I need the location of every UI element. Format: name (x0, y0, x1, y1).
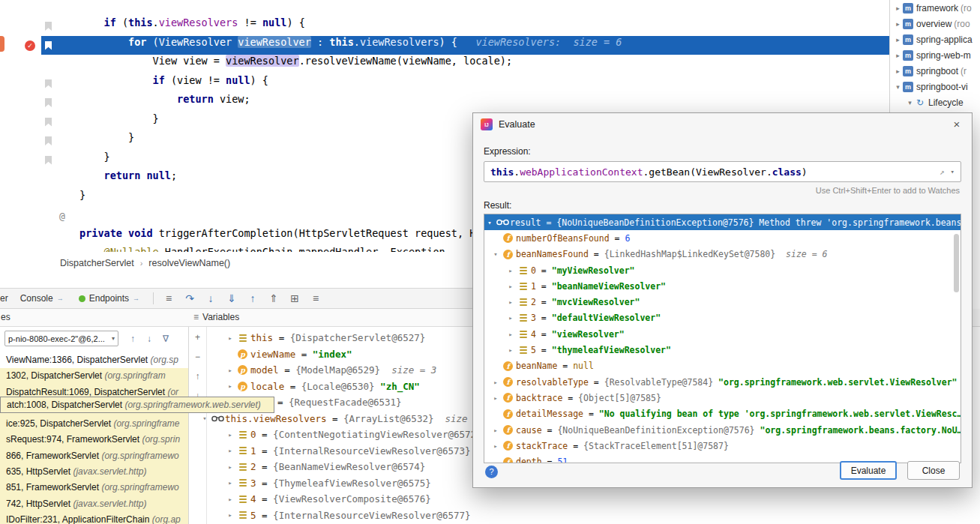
expression-input[interactable]: this.webApplicationContext.getBean(ViewR… (484, 161, 961, 182)
chevron-down-icon[interactable]: ▾ (199, 415, 210, 422)
frame-row[interactable]: ice:925, DispatcherServlet (org.springfr… (0, 416, 189, 432)
result-row[interactable]: fnumberOfBeansFound = 6 (484, 230, 961, 246)
chevron-right-icon[interactable]: ▸ (225, 511, 235, 519)
chevron-down-icon[interactable]: ▾ (951, 168, 955, 175)
frame-row[interactable]: 866, FrameworkServlet (org.springframewo (0, 448, 189, 464)
maven-item-springboot[interactable]: ▸mspringboot(r (890, 63, 980, 79)
chevron-right-icon[interactable]: ▸ (225, 334, 235, 342)
chevron-right-icon[interactable]: ▸ (505, 298, 516, 306)
result-row[interactable]: ▸4 = "viewResolver" (484, 326, 961, 342)
frame-row[interactable]: 1302, DispatcherServlet (org.springfram (0, 368, 189, 384)
chevron-right-icon[interactable]: ▸ (505, 331, 516, 338)
close-button[interactable]: Close (907, 461, 960, 480)
result-row[interactable]: ▸3 = "defaultViewResolver" (484, 310, 961, 326)
maven-item-springboot-vi[interactable]: ▾mspringboot-vi (890, 79, 980, 94)
expand-icon[interactable]: ↗ (940, 167, 945, 177)
result-row[interactable]: ▾fbeanNamesFound = {LinkedHashMap$Linked… (484, 247, 961, 262)
maven-item-suffix: (ro (961, 3, 972, 13)
dialog-title-bar[interactable]: IJ Evaluate × (473, 113, 972, 136)
hide-frames-filter-icon[interactable]: ∇ (159, 332, 172, 346)
breakpoint-icon[interactable]: ✓ (25, 40, 35, 51)
chevron-right-icon[interactable]: ▸ (505, 283, 516, 290)
close-icon[interactable]: × (949, 117, 964, 132)
breadcrumb-class[interactable]: DispatcherServlet (60, 258, 134, 268)
chevron-right-icon[interactable]: ▸ (225, 447, 235, 454)
chevron-right-icon[interactable]: ▸ (490, 427, 501, 434)
chevron-right-icon[interactable]: ▸ (505, 267, 516, 274)
help-icon[interactable]: ? (485, 466, 498, 478)
chevron-right-icon[interactable]: ▸ (505, 314, 516, 322)
frame-row[interactable]: 851, FrameworkServlet (org.springframewo (0, 480, 189, 496)
result-row[interactable]: fbeanName = null (484, 358, 961, 374)
layout-menu-icon[interactable]: ≡ (160, 290, 178, 307)
chevron-down-icon[interactable]: ▾ (905, 99, 915, 106)
chevron-right-icon[interactable]: ▸ (490, 394, 501, 402)
result-row[interactable]: ▸0 = "myViewResolver" (484, 262, 961, 278)
frame-row[interactable]: sRequest:974, FrameworkServlet (org.spri… (0, 432, 189, 448)
frame-row[interactable]: 635, HttpServlet (javax.servlet.http) (0, 464, 189, 480)
frame-up-icon[interactable]: ↑ (126, 332, 139, 346)
result-row[interactable]: ▸fbacktrace = {Object[5]@7585} (484, 390, 961, 406)
result-row[interactable]: ▸fcause = {NoUniqueBeanDefinitionExcepti… (484, 422, 961, 438)
tab-endpoints[interactable]: Endpoints→ (71, 289, 147, 308)
maven-item-overview[interactable]: ▸moverview(roo (890, 16, 980, 31)
add-watch-icon[interactable]: + (192, 331, 204, 343)
step-out-icon[interactable]: ↑ (244, 290, 262, 307)
chevron-right-icon[interactable]: ▸ (505, 346, 516, 354)
chevron-right-icon[interactable]: ▸ (893, 67, 903, 75)
step-over-icon[interactable]: ↷ (181, 290, 199, 307)
chevron-down-icon[interactable]: ▾ (893, 83, 903, 91)
chevron-right-icon[interactable]: ▸ (893, 4, 903, 12)
result-row[interactable]: ▸fstackTrace = {StackTraceElement[51]@75… (484, 438, 961, 454)
chevron-right-icon[interactable]: ▸ (490, 379, 501, 386)
result-row[interactable]: fdetailMessage = "No qualifying bean of … (484, 406, 961, 422)
settings-menu-icon[interactable]: ≡ (307, 290, 325, 307)
maven-item-Lifecycle[interactable]: ▾↻Lifecycle (890, 94, 980, 110)
result-row[interactable]: ▾result = {NoUniqueBeanDefinitionExcepti… (484, 214, 961, 230)
chevron-right-icon[interactable]: ▸ (225, 496, 235, 503)
chevron-down-icon[interactable]: ▾ (484, 219, 495, 226)
thread-selector-dropdown[interactable]: p-nio-8080-exec-2"@6,2... ▾ (4, 331, 118, 346)
breadcrumb-method[interactable]: resolveViewName() (148, 258, 230, 268)
result-row[interactable]: ▸5 = "thymeleafViewResolver" (484, 342, 961, 358)
result-scrollbar[interactable] (954, 234, 959, 292)
token-pl (375, 381, 381, 392)
remove-watch-icon[interactable]: − (192, 351, 204, 363)
breadcrumb[interactable]: DispatcherServlet›resolveViewName() (60, 256, 230, 271)
result-tree[interactable]: ▾result = {NoUniqueBeanDefinitionExcepti… (484, 214, 961, 463)
frames-list[interactable]: ViewName:1366, DispatcherServlet (org.sp… (0, 352, 189, 524)
frame-row[interactable]: 742, HttpServlet (javax.servlet.http) (0, 496, 189, 512)
chevron-right-icon[interactable]: ▸ (225, 431, 235, 439)
chevron-right-icon[interactable]: ▸ (225, 479, 235, 487)
view-breakpoints-icon[interactable]: ⊞ (286, 290, 304, 307)
result-row[interactable]: ▸1 = "beanNameViewResolver" (484, 278, 961, 294)
result-row[interactable]: ▸fresolvableType = {ResolvableType@7584}… (484, 374, 961, 390)
chevron-right-icon[interactable]: ▸ (893, 20, 903, 28)
frame-down-icon[interactable]: ↓ (142, 332, 156, 346)
chevron-right-icon[interactable]: ▸ (490, 442, 501, 450)
debugger-tab-fragment[interactable]: er (0, 293, 13, 304)
evaluate-button[interactable]: Evaluate (840, 461, 897, 480)
step-into-icon[interactable]: ↓ (202, 290, 220, 307)
frame-row[interactable]: IDoFilter:231, ApplicationFilterChain (o… (0, 512, 189, 524)
tab-variables[interactable]: ≡ Variables (193, 312, 239, 322)
force-step-into-icon[interactable]: ⇓ (223, 290, 241, 307)
frames-tab-fragment[interactable]: es (1, 312, 10, 322)
maven-item-framework[interactable]: ▸mframework(ro (890, 0, 980, 16)
chevron-right-icon[interactable]: ▸ (225, 382, 235, 390)
frames-panel[interactable]: p-nio-8080-exec-2"@6,2... ▾ ViewName:136… (0, 327, 189, 524)
maven-item-spring-applica[interactable]: ▸mspring-applica (890, 31, 980, 47)
chevron-right-icon[interactable]: ▸ (225, 463, 235, 471)
variables-row[interactable]: ▸5 = {InternalResourceViewResolver@6577} (219, 508, 980, 524)
result-row[interactable]: ▸2 = "mvcViewResolver" (484, 294, 961, 310)
chevron-down-icon[interactable]: ▾ (490, 250, 501, 258)
chevron-right-icon[interactable]: ▸ (225, 367, 235, 374)
maven-item-spring-web-m[interactable]: ▸mspring-web-m (890, 47, 980, 63)
frame-row[interactable]: ViewName:1366, DispatcherServlet (org.sp (0, 352, 189, 368)
variables-row[interactable]: ▸4 = {ViewResolverComposite@6576} (219, 491, 980, 508)
chevron-right-icon[interactable]: ▸ (893, 36, 903, 43)
tab-console[interactable]: Console→ (13, 289, 71, 308)
step-out-codeblock-icon[interactable]: ⇑ (265, 290, 283, 307)
chevron-right-icon[interactable]: ▸ (893, 52, 903, 59)
scroll-up-icon[interactable]: ↑ (192, 370, 204, 382)
